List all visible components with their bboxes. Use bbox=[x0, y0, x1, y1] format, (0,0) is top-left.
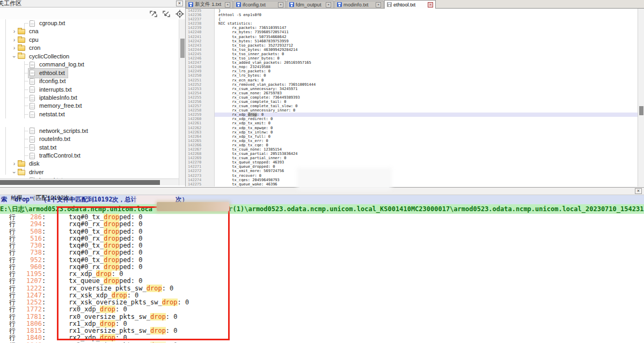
collapse-window-icon[interactable] bbox=[162, 10, 171, 18]
editor-line[interactable]: 142259 rx_xdp_drop: 0 bbox=[186, 113, 638, 117]
editor-line[interactable]: 142249 rx_lro_packets: 0 bbox=[186, 69, 638, 73]
tree-item-routeinfo-txt[interactable]: routeInfo.txt bbox=[0, 135, 179, 143]
editor-line[interactable]: 142256 rx_csum_complete_tail: 0 bbox=[186, 100, 638, 104]
editor-line[interactable]: 142240 rx_bytes: 735960572057411 bbox=[186, 30, 638, 34]
editor-line[interactable]: 142275 tx_queue_wake: 46396 bbox=[186, 182, 638, 187]
tree-item-ethtool-txt[interactable]: ethtool.txt bbox=[0, 69, 179, 77]
result-row[interactable]: 行738:rxq#0_rx_dropped: 0 bbox=[0, 249, 644, 256]
result-row[interactable]: 行508:txq#0_tx_dropped: 0 bbox=[0, 228, 644, 235]
result-row[interactable]: 行286:txq#0_tx_dropped: 0 bbox=[0, 214, 644, 221]
tab-close-icon[interactable]: × bbox=[376, 2, 381, 8]
editor-line[interactable]: 142272 tx_xmit_more: 569724756 bbox=[186, 169, 638, 173]
tab-modinfo-txt[interactable]: modinfo.txt× bbox=[334, 1, 384, 8]
result-row[interactable]: 行1247:rx_xsk_xdp_drop: 0 bbox=[0, 292, 644, 299]
editor-vertical-scrollbar[interactable] bbox=[638, 9, 644, 187]
search-summary-row[interactable]: 索 "drop" （1个文件中匹配到10192次，总计次） bbox=[0, 195, 644, 204]
result-row[interactable]: 行952:txq#0_tx_dropped: 0 bbox=[0, 257, 644, 264]
editor-line[interactable]: 142255 rx_csum_complete: 736449389393 bbox=[186, 95, 638, 100]
tree-item-cpu[interactable]: ›cpu bbox=[0, 36, 179, 44]
editor-line[interactable]: 142243 tx_tso_packets: 35272932712 bbox=[186, 43, 638, 48]
editor-line[interactable]: 142253 rx_csum_unnecessary: 34245971 bbox=[186, 87, 638, 91]
editor-line[interactable]: 142235} bbox=[186, 9, 638, 13]
tree-item-cna[interactable]: ›cna bbox=[0, 27, 179, 35]
editor-line[interactable]: 142246 tx_tso_inner_bytes: 0 bbox=[186, 56, 638, 61]
result-row[interactable]: 行1781:rx0_oversize_pkts_sw_drop: 0 bbox=[0, 314, 644, 320]
result-row[interactable]: 行1840:rx2_xdp_drop: 0 bbox=[0, 334, 644, 341]
result-row[interactable]: 行730:txq#0_tx_dropped: 0 bbox=[0, 242, 644, 249]
result-row[interactable]: 行960:rxq#0_rx_dropped: 0 bbox=[0, 264, 644, 271]
tree-item-cycliccollection[interactable]: ›cyclicCollection bbox=[0, 53, 179, 61]
tree-item-command_log-txt[interactable]: command_log.txt bbox=[0, 61, 179, 69]
editor-line[interactable]: 142261 rx_xdp_tx_xmit: 0 bbox=[186, 121, 638, 125]
tree-item-cgroup-txt[interactable]: cgroup.txt bbox=[0, 19, 179, 27]
editor-line[interactable]: 142262 rx_xdp_tx_mpwqe: 0 bbox=[186, 126, 638, 130]
tab-fdm_output[interactable]: fdm_output× bbox=[287, 1, 334, 8]
editor-line[interactable]: 142236ethtool -S enp1s0f0 bbox=[186, 13, 638, 17]
editor-line[interactable]: 142241 tx_packets: 507354668642 bbox=[186, 35, 638, 39]
result-row[interactable]: 行1815:rx1_oversize_pkts_sw_drop: 0 bbox=[0, 327, 644, 334]
editor-line[interactable]: 142238NIC statistics: bbox=[186, 21, 638, 26]
scrollbar-thumb[interactable] bbox=[639, 106, 643, 115]
result-row[interactable]: 行1207:tx_queue_dropped: 0 bbox=[0, 278, 644, 285]
chevron-right-icon[interactable]: › bbox=[11, 160, 18, 168]
editor-line[interactable]: 142248 tx_nop: 232419588 bbox=[186, 65, 638, 69]
tree-item-stat-txt[interactable]: stat.txt bbox=[0, 144, 179, 152]
tab-close-icon[interactable]: × bbox=[225, 2, 230, 8]
chevron-down-icon[interactable]: › bbox=[10, 169, 18, 176]
result-row[interactable]: 行516:rxq#0_rx_dropped: 0 bbox=[0, 235, 644, 242]
editor-line[interactable]: 142247 tx_added_vlan_packets: 2051659571… bbox=[186, 61, 638, 65]
result-row[interactable]: 行1772:rx0_xdp_drop: 0 bbox=[0, 306, 644, 313]
editor-line[interactable]: 142254 rx_csum_none: 26759783 bbox=[186, 91, 638, 95]
chevron-right-icon[interactable]: › bbox=[11, 27, 18, 35]
editor-line[interactable]: 142270 tx_queue_stopped: 46393 bbox=[186, 160, 638, 165]
tree-item-ifconfig-txt[interactable]: ifconfig.txt bbox=[0, 77, 179, 85]
editor-area[interactable]: 142235}142236ethtool -S enp1s0f0142237{1… bbox=[186, 9, 638, 187]
tree-item-driver[interactable]: ›driver bbox=[0, 168, 179, 176]
editor-line[interactable]: 142267 tx_csum_none: 12385154 bbox=[186, 147, 638, 152]
editor-line[interactable]: 142244 tx_tso_bytes: 463099429284214 bbox=[186, 48, 638, 52]
editor-line[interactable]: 142269 tx_csum_partial_inner: 0 bbox=[186, 156, 638, 160]
editor-line[interactable]: 142252 rx_removed_vlan_packets: 73651009… bbox=[186, 83, 638, 87]
editor-line[interactable]: 142237{ bbox=[186, 17, 638, 21]
result-row[interactable]: 行1252:rx_xsk_oversize_pkts_sw_drop: 0 bbox=[0, 299, 644, 306]
tree-item-memory_free-txt[interactable]: memory_free.txt bbox=[0, 102, 179, 110]
editor-line[interactable]: 142260 rx_xdp_redirect: 0 bbox=[186, 117, 638, 121]
editor-line[interactable]: 142251 rx_ecn_mark: 0 bbox=[186, 78, 638, 83]
editor-line[interactable]: 142258 rx_csum_unnecessary_inner: 0 bbox=[186, 108, 638, 113]
editor-line[interactable]: 142271 tx_queue_dropped: 0 bbox=[186, 165, 638, 169]
tree-item-netstat-txt[interactable]: netstat.txt bbox=[0, 110, 179, 118]
tree-horizontal-scrollbar[interactable] bbox=[0, 178, 179, 185]
result-row[interactable]: 行1806:rx1_xdp_drop: 0 bbox=[0, 320, 644, 327]
editor-line[interactable]: 142266 rx_xdp_tx_cqe: 0 bbox=[186, 143, 638, 147]
editor-line[interactable]: 142242 tx_bytes: 514607839753959 bbox=[186, 39, 638, 43]
tab-close-icon[interactable]: × bbox=[278, 2, 283, 8]
editor-line[interactable]: 142274 tx_cqes: 204596498793 bbox=[186, 178, 638, 182]
tree-item-iptablesinfo-txt[interactable]: iptablesInfo.txt bbox=[0, 94, 179, 102]
tab-ethtool-txt[interactable]: ethtool.txt× bbox=[384, 0, 436, 9]
tab-ifconfig-txt[interactable]: ifconfig.txt× bbox=[233, 1, 286, 8]
editor-line[interactable]: 142245 tx_tso_inner_packets: 0 bbox=[186, 52, 638, 56]
editor-line[interactable]: 142268 tx_csum_partial: 205153836424 bbox=[186, 152, 638, 156]
editor-line[interactable]: 142239 rx_packets: 736510395147 bbox=[186, 26, 638, 30]
result-row[interactable]: 行294:rxq#0_rx_dropped: 0 bbox=[0, 221, 644, 228]
chevron-right-icon[interactable]: › bbox=[11, 44, 18, 52]
tree-item-disk[interactable]: ›disk bbox=[0, 160, 179, 168]
editor-line[interactable]: 142264 rx_xdp_tx_full: 0 bbox=[186, 135, 638, 139]
chevron-right-icon[interactable]: › bbox=[11, 36, 18, 44]
tree-item-network_scripts-txt[interactable]: network_scripts.txt bbox=[0, 127, 179, 135]
scrollbar-thumb[interactable] bbox=[180, 39, 185, 58]
tree-vertical-scrollbar[interactable] bbox=[179, 19, 185, 185]
chevron-down-icon[interactable]: › bbox=[10, 53, 18, 60]
expand-window-icon[interactable] bbox=[149, 10, 158, 18]
tree-item-interrupts-txt[interactable]: interrupts.txt bbox=[0, 86, 179, 94]
workspace-close-icon[interactable]: × bbox=[176, 1, 183, 6]
tab-close-icon[interactable]: × bbox=[326, 2, 331, 8]
tab--1-txt[interactable]: 新文件 1.txt× bbox=[186, 1, 233, 8]
result-row[interactable]: 行1195:rx_xdp_drop: 0 bbox=[0, 271, 644, 278]
editor-line[interactable]: 142250 rx_lro_bytes: 0 bbox=[186, 73, 638, 78]
tree-item-trafficcontrol-txt[interactable]: trafficControl.txt bbox=[0, 152, 179, 160]
result-file-path-row[interactable]: E:\日志\armod0523.odata.ncmp.unicom.locaar… bbox=[0, 204, 644, 214]
editor-line[interactable]: 142257 rx_csum_complete_tail_slow: 0 bbox=[186, 104, 638, 108]
editor-line[interactable]: 142263 rx_xdp_tx_inlnw: 0 bbox=[186, 130, 638, 135]
editor-line[interactable]: 142265 rx_xdp_tx_err: 0 bbox=[186, 139, 638, 143]
